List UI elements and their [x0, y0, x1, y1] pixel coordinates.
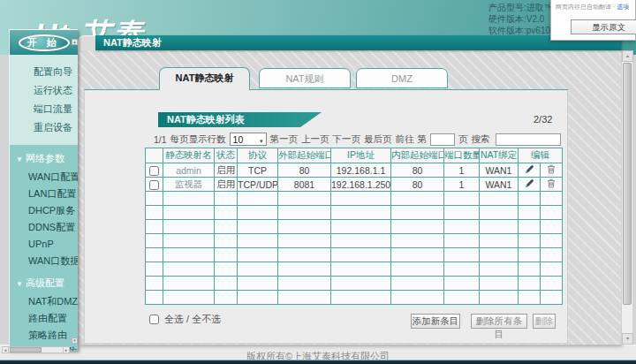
page-indicator: 2/32: [534, 114, 552, 125]
sidebar-item-reboot-device[interactable]: 重启设备: [10, 118, 78, 137]
int-port-value: 80: [391, 178, 444, 192]
select-all-control: 全选 / 全不选: [149, 313, 221, 326]
ext-port-value: 8081: [278, 178, 331, 192]
page-title: NAT静态映射: [95, 35, 621, 50]
triangle-down-icon: [16, 153, 26, 163]
sidebar-item-wan-config[interactable]: WAN口配置: [10, 169, 78, 186]
delete-button[interactable]: 删除: [533, 314, 556, 329]
scroll-up-arrow-icon[interactable]: [622, 50, 633, 62]
first-page-link[interactable]: 第一页: [270, 133, 299, 146]
section-label: 高级配置: [26, 277, 64, 288]
window-corner: [78, 35, 97, 50]
section-advanced-config[interactable]: 高级配置: [10, 269, 78, 293]
sidebar-item-nat-dmz[interactable]: NAT和DMZ: [10, 293, 78, 310]
ip-value: 192.168.1.250: [331, 178, 391, 192]
tab-nat-static-mapping[interactable]: NAT静态映射: [159, 67, 250, 90]
search-input[interactable]: [496, 133, 561, 146]
next-page-link[interactable]: 下一页: [333, 133, 361, 146]
show-original-button[interactable]: 显示原文: [571, 19, 636, 34]
hscroll-left-arrow-icon[interactable]: [2, 346, 9, 353]
empty-table-row: [146, 291, 563, 305]
row-checkbox[interactable]: [149, 180, 159, 190]
tab-content-panel: NAT静态映射列表 2/32 1/1 每页显示行数 10 第一页 上一页 下一页…: [84, 90, 568, 344]
empty-table-row: [146, 206, 563, 220]
row-checkbox[interactable]: [149, 166, 159, 176]
last-page-link[interactable]: 最后页: [364, 133, 392, 146]
select-all-checkbox[interactable]: [149, 315, 159, 324]
add-entry-button[interactable]: 添加新条目: [411, 314, 460, 329]
sidebar-item-lan-config[interactable]: LAN口配置: [10, 186, 78, 202]
empty-table-row: [146, 192, 563, 206]
col-ip: IP地址: [331, 148, 391, 163]
empty-table-row: [146, 277, 563, 291]
vertical-scrollbar[interactable]: [621, 50, 632, 345]
delete-all-button[interactable]: 删除所有条目: [471, 314, 527, 329]
int-port-value: 80: [391, 163, 444, 178]
search-label: 搜索: [472, 133, 490, 146]
edit-pencil-icon[interactable]: [525, 164, 534, 174]
delete-trash-icon[interactable]: [547, 164, 556, 174]
sidebar-item-running-status[interactable]: 运行状态: [10, 81, 78, 100]
tab-dmz[interactable]: DMZ: [356, 68, 448, 88]
checkbox-column-header: [146, 148, 163, 163]
translate-infobar: 网页内容已自动翻译 · 选项 显示原文: [550, 0, 636, 41]
screen: Ut 艾泰 产品型号:进取™ 5 硬件版本:V2.0 软件版本:pv610v1.…: [0, 0, 636, 364]
mapping-name-link[interactable]: admin: [163, 163, 215, 178]
sidebar-item-ddns-config[interactable]: DDNS配置: [10, 219, 78, 236]
sidebar-scroll-down-icon[interactable]: [72, 337, 78, 344]
rows-per-page-select[interactable]: 10: [230, 133, 267, 146]
sidebar-item-wan-data[interactable]: WAN口数据: [10, 253, 78, 269]
triangle-down-icon: [16, 277, 26, 288]
page-position: 1/1: [154, 134, 167, 145]
ip-value: 192.168.1.1: [331, 163, 391, 178]
list-title-banner: NAT静态映射列表: [158, 112, 322, 127]
section-network-params[interactable]: 网络参数: [10, 145, 78, 169]
sidebar-item-setup-wizard[interactable]: 配置向导: [10, 63, 78, 81]
col-protocol: 协议: [238, 148, 278, 163]
sidebar-item-dhcp-service[interactable]: DHCP服务: [10, 202, 78, 219]
goto-label: 前往: [396, 133, 414, 146]
sidebar-item-port-traffic[interactable]: 端口流量: [10, 100, 78, 118]
prev-page-link[interactable]: 上一页: [301, 133, 329, 146]
empty-table-row: [146, 234, 563, 248]
port-count-value: 1: [444, 163, 480, 178]
nat-binding-value: WAN1: [480, 163, 519, 178]
rows-per-page-value: 10: [233, 134, 244, 145]
protocol-value: TCP/UDP: [238, 178, 278, 192]
hscroll-right-arrow-icon[interactable]: [63, 346, 70, 353]
start-button[interactable]: 开 始: [19, 34, 70, 51]
sidebar-scroll-up-icon[interactable]: [72, 39, 78, 45]
hscroll-thumb[interactable]: [10, 347, 42, 353]
sidebar-header: 开 始: [10, 30, 78, 55]
main-content: NAT静态映射 NAT规则 DMZ NAT静态映射列表 2/32 1/1 每页显…: [78, 50, 621, 345]
col-port-count: 端口数量: [444, 148, 480, 163]
translate-options-link[interactable]: 选项: [617, 4, 629, 10]
scroll-down-arrow-icon[interactable]: [622, 333, 633, 345]
sidebar-item-policy-route[interactable]: 策略路由: [10, 327, 78, 344]
rows-per-page-label: 每页显示行数: [170, 133, 226, 146]
delete-trash-icon[interactable]: [547, 178, 556, 188]
status-value: 启用: [215, 178, 238, 192]
tab-nat-rules[interactable]: NAT规则: [259, 68, 351, 88]
section-label: 网络参数: [26, 153, 64, 163]
footer: 版权所有©上海艾泰科技有限公司: [0, 345, 636, 360]
sidebar: 开 始 配置向导 运行状态 端口流量 重启设备 网络参数 WAN口配置 LAN口…: [9, 29, 78, 351]
protocol-value: TCP: [238, 163, 278, 178]
translate-message-text: 网页内容已自动翻译 ·: [556, 4, 617, 10]
col-status: 状态: [215, 148, 238, 163]
goto-suffix: 页: [458, 133, 468, 146]
port-count-value: 1: [444, 178, 480, 192]
translate-message: 网页内容已自动翻译 · 选项: [556, 3, 635, 11]
empty-table-row: [146, 248, 563, 262]
goto-page-input[interactable]: [430, 133, 455, 146]
sidebar-item-upnp[interactable]: UPnP: [10, 236, 78, 253]
status-value: 启用: [215, 163, 238, 178]
ext-port-value: 80: [278, 163, 331, 178]
bottom-edge-bar: [0, 360, 636, 364]
goto-unit: 第: [418, 133, 428, 146]
pagination-bar: 1/1 每页显示行数 10 第一页 上一页 下一页 最后页 前往 第 页 搜索: [154, 132, 562, 147]
scrollbar-thumb[interactable]: [623, 63, 632, 305]
sidebar-item-route-config[interactable]: 路由配置: [10, 310, 78, 327]
edit-pencil-icon[interactable]: [525, 178, 534, 188]
mapping-name-link[interactable]: 监视器: [163, 178, 215, 192]
